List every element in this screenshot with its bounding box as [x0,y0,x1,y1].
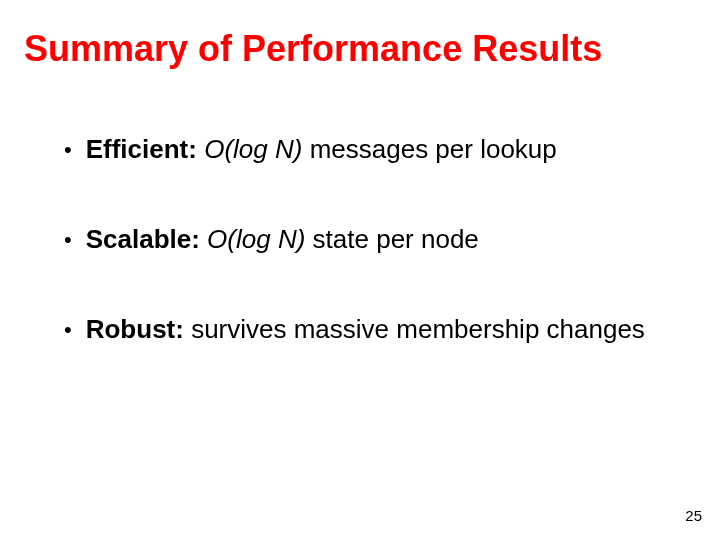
slide-content: • Efficient: O(log N) messages per looku… [24,133,696,346]
slide-title: Summary of Performance Results [24,28,696,69]
slide-container: Summary of Performance Results • Efficie… [0,0,720,540]
bullet-marker: • [64,313,72,346]
bullet-text: Scalable: O(log N) state per node [86,223,696,257]
bullet-label: Scalable: [86,224,200,254]
bullet-marker: • [64,133,72,166]
bullet-description: messages per lookup [302,134,556,164]
bullet-marker: • [64,223,72,256]
bullet-item-robust: • Robust: survives massive membership ch… [64,313,696,347]
bullet-item-efficient: • Efficient: O(log N) messages per looku… [64,133,696,167]
bullet-item-scalable: • Scalable: O(log N) state per node [64,223,696,257]
bullet-label: Robust: [86,314,184,344]
bullet-label: Efficient: [86,134,197,164]
bullet-description: state per node [305,224,478,254]
bullet-text: Efficient: O(log N) messages per lookup [86,133,696,167]
bullet-complexity: O(log N) [204,134,302,164]
page-number: 25 [685,507,702,524]
bullet-description: survives massive membership changes [184,314,645,344]
bullet-complexity: O(log N) [207,224,305,254]
bullet-text: Robust: survives massive membership chan… [86,313,696,347]
